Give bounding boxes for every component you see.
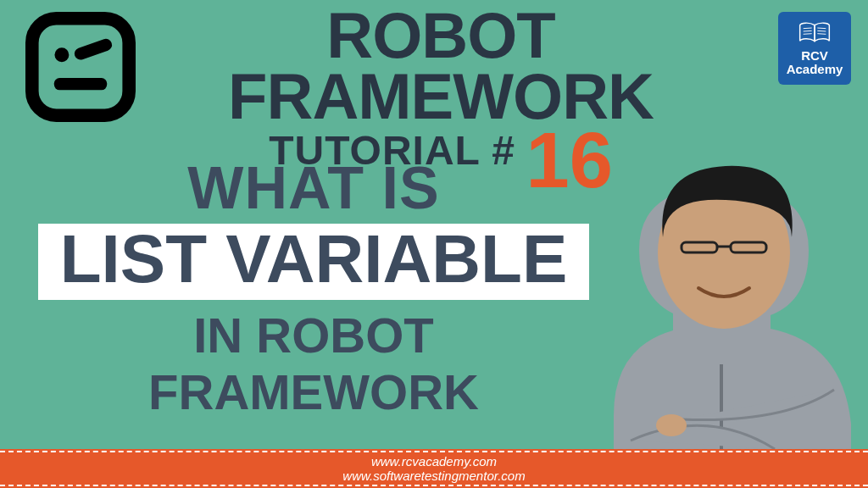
svg-line-7 bbox=[817, 31, 826, 32]
svg-point-1 bbox=[54, 47, 69, 62]
book-icon bbox=[798, 20, 832, 46]
svg-line-6 bbox=[817, 28, 826, 29]
svg-rect-2 bbox=[54, 78, 107, 90]
svg-rect-0 bbox=[32, 19, 129, 115]
subtitle-line1: WHAT IS bbox=[34, 154, 593, 222]
svg-point-13 bbox=[656, 414, 687, 436]
subtitle-highlight: LIST VARIABLE bbox=[60, 224, 568, 295]
subtitle-block: WHAT IS LIST VARIABLE IN ROBOT FRAMEWORK bbox=[34, 154, 593, 420]
badge-text: RCV Academy bbox=[787, 49, 843, 76]
footer-inner: www.rcvacademy.com www.softwaretestingme… bbox=[0, 451, 868, 487]
robot-framework-logo-icon bbox=[25, 12, 136, 122]
svg-line-5 bbox=[804, 34, 812, 35]
footer-url-1: www.rcvacademy.com bbox=[0, 454, 868, 469]
subtitle-line3: IN ROBOT FRAMEWORK bbox=[34, 307, 593, 420]
svg-line-8 bbox=[817, 34, 826, 35]
rcv-academy-badge: RCV Academy bbox=[778, 12, 851, 85]
title-line1: ROBOT FRAMEWORK bbox=[153, 5, 729, 127]
svg-line-3 bbox=[804, 28, 812, 29]
presenter-photo bbox=[580, 110, 868, 466]
footer-url-2: www.softwaretestingmentor.com bbox=[0, 469, 868, 483]
footer-bar: www.rcvacademy.com www.softwaretestingme… bbox=[0, 449, 868, 488]
svg-line-4 bbox=[804, 31, 812, 32]
badge-line2: Academy bbox=[787, 62, 843, 76]
subtitle-highlight-box: LIST VARIABLE bbox=[38, 224, 590, 300]
badge-line1: RCV bbox=[801, 48, 828, 63]
